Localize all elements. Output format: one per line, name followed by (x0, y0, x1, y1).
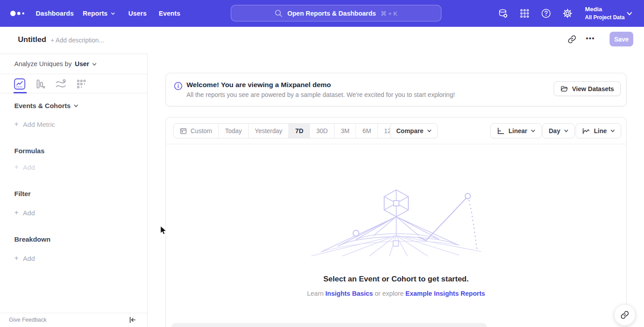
project-scope: All Project Data (585, 14, 625, 21)
view-datasets-label: View Datasets (572, 85, 614, 92)
project-switcher[interactable]: Media All Project Data (585, 6, 625, 21)
search-icon (275, 9, 283, 17)
save-button[interactable]: Save (610, 32, 633, 46)
filter-heading: Filter (14, 190, 31, 197)
data-management-icon[interactable] (498, 8, 508, 19)
chevron-down-icon (92, 62, 96, 66)
analyze-label: Analyze Uniques by (14, 60, 72, 67)
range-6m[interactable]: 6M (356, 124, 377, 138)
insights-chart-panel: Custom Today Yesterday 7D 30D 3M 6M 12M … (165, 117, 627, 327)
demo-welcome-banner: Welcome! You are viewing a Mixpanel demo… (165, 73, 627, 106)
search-placeholder: Open Reports & Dashboards (287, 10, 376, 17)
search-shortcut: ⌘ + K (381, 10, 398, 17)
insights-basics-link[interactable]: Insights Basics (326, 290, 373, 297)
banner-subtitle: All the reports you see are powered by a… (186, 91, 455, 98)
info-icon (174, 82, 182, 90)
project-chevron-down-icon[interactable] (627, 11, 632, 17)
chart-type-tabs (0, 75, 147, 93)
add-filter-label: Add (23, 209, 35, 217)
line-chart-icon (582, 127, 590, 135)
nav-users-label: Users (128, 10, 147, 17)
nav-events[interactable]: Events (159, 0, 180, 27)
chevron-down-icon (427, 129, 432, 133)
range-3m[interactable]: 3M (335, 124, 356, 138)
range-30d[interactable]: 30D (310, 124, 335, 138)
add-filter-button[interactable]: + Add (14, 209, 35, 217)
interval-dropdown[interactable]: Day (542, 123, 575, 138)
empty-state-illustration (311, 189, 481, 257)
collapse-sidebar-icon[interactable] (128, 316, 136, 324)
compare-dropdown[interactable]: Compare (390, 123, 438, 138)
add-metric-label: Add Metric (23, 121, 55, 128)
report-header: Untitled + Add description... ••• Save (0, 27, 644, 54)
give-feedback-link[interactable]: Give Feedback (9, 317, 47, 323)
add-metric-button[interactable]: + Add Metric (14, 120, 55, 128)
range-yesterday[interactable]: Yesterday (249, 124, 289, 138)
example-reports-link[interactable]: Example Insights Reports (405, 290, 485, 297)
range-today[interactable]: Today (219, 124, 248, 138)
global-search-input[interactable]: Open Reports & Dashboards ⌘ + K (231, 5, 441, 21)
nav-reports-label: Reports (83, 10, 108, 17)
plus-icon: + (14, 254, 18, 262)
breakdown-heading: Breakdown (14, 235, 51, 243)
compare-label: Compare (396, 127, 424, 134)
scatter-chart-tab[interactable] (76, 78, 87, 90)
add-formula-label: Add (23, 164, 35, 171)
events-cohorts-label: Events & Cohorts (14, 102, 71, 109)
chart-type-dropdown[interactable]: Line (576, 123, 621, 138)
axis-scale-icon (496, 127, 505, 135)
add-formula-button[interactable]: + Add (14, 163, 35, 171)
link-icon (620, 310, 629, 319)
nav-dashboards[interactable]: Dashboards (36, 0, 74, 27)
empty-state-title: Select an Event or Cohort to get started… (166, 275, 626, 284)
flow-chart-tab[interactable] (55, 78, 67, 90)
project-name: Media (585, 6, 625, 13)
nav-dashboards-label: Dashboards (36, 10, 74, 17)
chevron-down-icon (610, 129, 615, 133)
nav-events-label: Events (159, 10, 180, 17)
plus-icon: + (14, 120, 18, 128)
calendar-icon (180, 127, 187, 134)
mixpanel-logo-icon[interactable] (10, 10, 26, 17)
sidebar-footer: Give Feedback (0, 313, 147, 327)
chart-controls-bar: Custom Today Yesterday 7D 30D 3M 6M 12M … (166, 117, 626, 144)
plus-icon: + (14, 163, 18, 171)
analyze-by-value: User (75, 60, 89, 67)
formulas-heading: Formulas (14, 147, 45, 155)
scale-dropdown[interactable]: Linear (490, 123, 542, 138)
range-custom[interactable]: Custom (174, 124, 219, 138)
gear-icon[interactable] (562, 8, 573, 19)
range-7d[interactable]: 7D (289, 124, 310, 138)
selected-tab-indicator (13, 92, 27, 93)
view-datasets-button[interactable]: View Datasets (554, 81, 621, 96)
chevron-down-icon (564, 129, 568, 133)
date-range-selector: Custom Today Yesterday 7D 30D 3M 6M 12M (173, 123, 403, 138)
apps-grid-icon[interactable] (519, 8, 530, 19)
bar-chart-tab[interactable] (34, 78, 46, 90)
query-builder-sidebar: Analyze Uniques by User (0, 54, 148, 327)
report-description-placeholder[interactable]: + Add description... (51, 37, 104, 44)
nav-users[interactable]: Users (128, 0, 147, 27)
scale-label: Linear (508, 127, 527, 134)
learn-prefix: Learn (307, 290, 323, 297)
analyze-by-dropdown[interactable]: User (75, 60, 96, 67)
middle-text: or explore (375, 290, 403, 297)
chevron-down-icon (531, 129, 535, 133)
link-icon[interactable] (568, 35, 576, 44)
analyze-uniques-row: Analyze Uniques by User (0, 54, 147, 74)
results-table-peek (171, 323, 487, 327)
banner-title: Welcome! You are viewing a Mixpanel demo (186, 81, 331, 89)
help-icon[interactable] (541, 8, 551, 19)
chevron-down-icon (111, 12, 115, 16)
line-chart-tab[interactable] (14, 78, 25, 90)
nav-reports[interactable]: Reports (83, 0, 115, 27)
copy-link-floating-button[interactable] (614, 304, 636, 326)
events-cohorts-header[interactable]: Events & Cohorts (14, 102, 78, 109)
report-title[interactable]: Untitled (18, 35, 46, 44)
more-options-icon[interactable]: ••• (586, 34, 595, 42)
empty-state-subtitle: Learn Insights Basics or explore Example… (166, 290, 626, 297)
chart-type-label: Line (594, 127, 607, 134)
range-custom-label: Custom (191, 127, 212, 134)
interval-label: Day (549, 127, 560, 134)
add-breakdown-button[interactable]: + Add (14, 254, 35, 262)
